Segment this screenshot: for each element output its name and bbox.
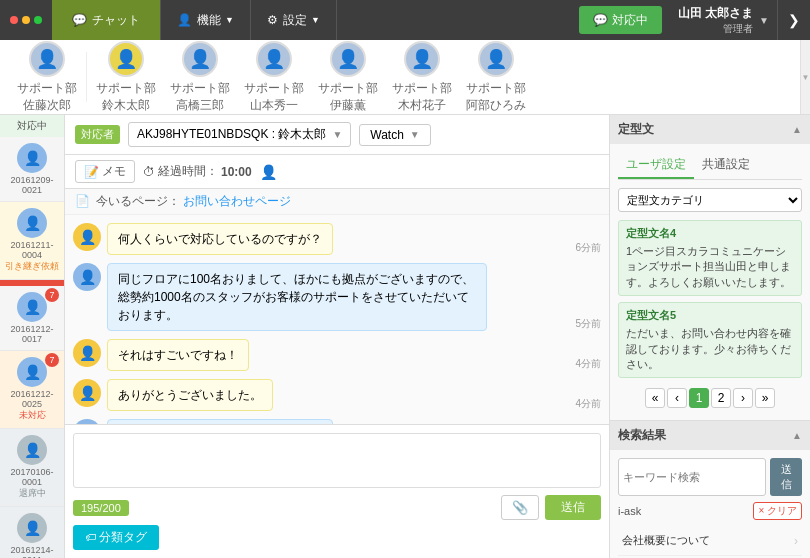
result-item-0[interactable]: 会社概要について › (618, 526, 802, 556)
window-controls (0, 0, 52, 40)
agent-divider (86, 52, 87, 102)
search-send-button[interactable]: 送信 (770, 458, 802, 496)
clock-icon: ⏱ (143, 165, 155, 179)
tab-settings[interactable]: ⚙ 設定 ▼ (251, 0, 337, 40)
message-time-1: 5分前 (495, 317, 601, 331)
current-page-link[interactable]: お問い合わせページ (183, 194, 291, 208)
current-page-bar: 📄 今いるページ： お問い合わせページ (65, 189, 609, 215)
timer-value: 10:00 (221, 165, 252, 179)
agent-item-2[interactable]: 👤 サポート部高橋三郎 (170, 41, 230, 114)
page-2[interactable]: 2 (711, 388, 731, 408)
canned-item-title-1: 定型文名5 (626, 308, 794, 323)
avatar-1: 👤 (108, 41, 144, 77)
chat-textarea[interactable] (73, 433, 601, 488)
agent-label-1: サポート部鈴木太郎 (96, 80, 156, 114)
avatar-2: 👤 (182, 41, 218, 77)
page-next[interactable]: › (733, 388, 753, 408)
page-1[interactable]: 1 (689, 388, 709, 408)
attach-button[interactable]: 📎 (501, 495, 539, 520)
page-prev[interactable]: ‹ (667, 388, 687, 408)
search-header[interactable]: 検索結果 ▲ (610, 421, 810, 450)
sidebar-item-4[interactable]: 👤 20170106-0001 退席中 (0, 429, 64, 507)
chat-toolbar: 📝 メモ ⏱ 経過時間： 10:00 👤 (65, 155, 609, 189)
canned-item-text-0: 1ページ目スカラコミュニケーションズサポート担当山田と申します。よろしくお願いい… (626, 244, 794, 290)
chat-id-arrow: ▼ (332, 129, 342, 140)
pagination: « ‹ 1 2 › » (618, 384, 802, 412)
agent-item-1[interactable]: 👤 サポート部鈴木太郎 (96, 41, 156, 114)
agent-item-6[interactable]: 👤 サポート部阿部ひろみ (466, 41, 526, 114)
message-2: 👤 それはすごいですね！ 4分前 (73, 339, 601, 371)
sidebar-item-2[interactable]: 7 👤 20161212-0017 (0, 286, 64, 351)
search-content: 送信 i-ask × クリア 会社概要について › 会社所在地について › (610, 450, 810, 558)
chat-input-area: 195/200 📎 送信 🏷 分類タグ (65, 424, 609, 558)
sidebar-status-1: 引き継ぎ依頼 (5, 260, 59, 273)
agent-bar-scrollbar[interactable]: ▼ (800, 40, 810, 114)
sidebar-item-3[interactable]: 7 👤 20161212-0025 未対応 (0, 351, 64, 429)
collapse-button[interactable]: ❯ (777, 0, 810, 40)
agent-label-2: サポート部高橋三郎 (170, 80, 230, 114)
sidebar-badge-3: 7 (45, 353, 59, 367)
message-0: 👤 何人くらいで対応しているのですが？ 6分前 (73, 223, 601, 255)
chat-id-dropdown[interactable]: AKJ98HYTE01NBDSQK : 鈴木太郎 ▼ (128, 122, 351, 147)
user-avatar-0: 👤 (73, 223, 101, 251)
sidebar-avatar-2: 👤 (17, 292, 47, 322)
sidebar-id-1: 20161211-0004 (10, 240, 53, 260)
user-dropdown-arrow[interactable]: ▼ (759, 15, 769, 26)
agent-label-3: サポート部山本秀一 (244, 80, 304, 114)
user-avatar-3: 👤 (73, 379, 101, 407)
status-button[interactable]: 💬 対応中 (579, 6, 662, 34)
agent-item-3[interactable]: 👤 サポート部山本秀一 (244, 41, 304, 114)
agent-label-6: サポート部阿部ひろみ (466, 80, 526, 114)
sidebar-avatar-4: 👤 (17, 435, 47, 465)
sidebar-id-5: 20161214-0011 (10, 545, 53, 558)
message-bubble-1: 同じフロアに100名おりまして、ほかにも拠点がございますので、総勢約1000名の… (107, 263, 487, 331)
dot-red (10, 16, 18, 24)
sidebar-avatar-0: 👤 (17, 143, 47, 173)
sidebar-active-label: 対応中 (0, 115, 64, 137)
canned-content: ユーザ設定 共通設定 定型文カテゴリ 定型文名4 1ページ目スカラコミュニケーシ… (610, 144, 810, 420)
user-info: 山田 太郎さま 管理者 ▼ (670, 0, 777, 40)
canned-item-0[interactable]: 定型文名4 1ページ目スカラコミュニケーションズサポート担当山田と申します。よろ… (618, 220, 802, 296)
agent-item-4[interactable]: 👤 サポート部伊藤薫 (318, 41, 378, 114)
right-panel: 定型文 ▲ ユーザ設定 共通設定 定型文カテゴリ 定型文名4 1ペー (610, 115, 810, 558)
tab-user-settings[interactable]: ユーザ設定 (618, 152, 694, 179)
chat-area: 対応者 AKJ98HYTE01NBDSQK : 鈴木太郎 ▼ Watch ▼ 📝… (65, 115, 610, 558)
send-button[interactable]: 送信 (545, 495, 601, 520)
search-input[interactable] (618, 458, 766, 496)
page-first[interactable]: « (645, 388, 665, 408)
watch-dropdown[interactable]: Watch ▼ (359, 124, 430, 146)
tab-features[interactable]: 👤 機能 ▼ (161, 0, 251, 40)
tab-chat[interactable]: 💬 チャット (52, 0, 161, 40)
page-last[interactable]: » (755, 388, 775, 408)
tab-common-settings[interactable]: 共通設定 (694, 152, 758, 179)
agent-item-0[interactable]: 👤 サポート部佐藤次郎 (17, 41, 77, 114)
canned-tabs: ユーザ設定 共通設定 (618, 152, 802, 180)
user-role: 管理者 (678, 22, 753, 36)
settings-icon: ⚙ (267, 13, 278, 27)
sidebar-item-0[interactable]: 👤 20161209-0021 (0, 137, 64, 202)
sidebar-item-1[interactable]: 👤 20161211-0004 引き継ぎ依頼 (0, 202, 64, 280)
canned-title: 定型文 (618, 121, 654, 138)
chat-id-text: AKJ98HYTE01NBDSQK : 鈴木太郎 (137, 126, 326, 143)
user-name: 山田 太郎さま (678, 5, 753, 22)
tag-button[interactable]: 🏷 分類タグ (73, 525, 159, 550)
sidebar-item-5[interactable]: 👤 20161214-0011 (0, 507, 64, 558)
canned-category-select[interactable]: 定型文カテゴリ (618, 188, 802, 212)
sidebar-avatar-5: 👤 (17, 513, 47, 543)
chat-icon: 💬 (72, 13, 87, 27)
agent-item-5[interactable]: 👤 サポート部木村花子 (392, 41, 452, 114)
clear-button[interactable]: × クリア (753, 502, 802, 520)
canned-header[interactable]: 定型文 ▲ (610, 115, 810, 144)
dot-green (34, 16, 42, 24)
sidebar-id-0: 20161209-0021 (10, 175, 53, 195)
header: 💬 チャット 👤 機能 ▼ ⚙ 設定 ▼ 💬 対応中 山田 太郎さま 管理者 ▼… (0, 0, 810, 40)
dot-yellow (22, 16, 30, 24)
agent-label-4: サポート部伊藤薫 (318, 80, 378, 114)
sidebar: 対応中 👤 20161209-0021 👤 20161211-0004 引き継ぎ… (0, 115, 65, 558)
memo-button[interactable]: 📝 メモ (75, 160, 135, 183)
avatar-6: 👤 (478, 41, 514, 77)
canned-item-1[interactable]: 定型文名5 ただいま、お問い合わせ内容を確認しております。少々お待ちください。 (618, 302, 802, 378)
user-avatar-2: 👤 (73, 339, 101, 367)
sidebar-avatar-3: 👤 (17, 357, 47, 387)
avatar-3: 👤 (256, 41, 292, 77)
